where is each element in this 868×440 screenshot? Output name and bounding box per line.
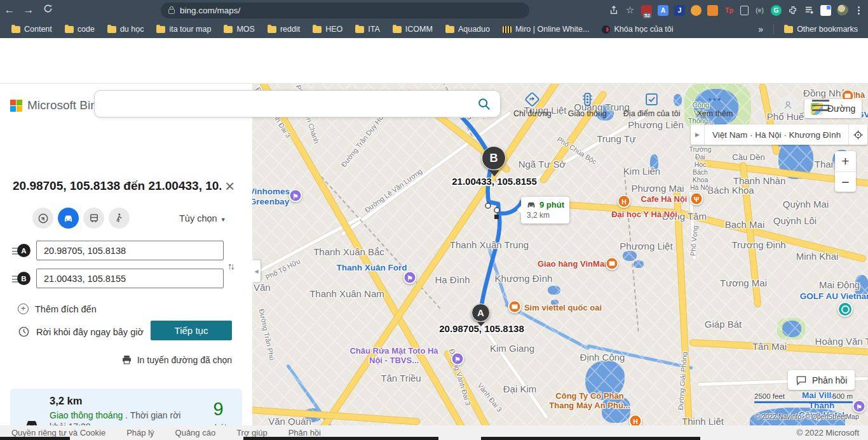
map-canvas[interactable]: Trung HòaLáng HạTrung LiệtQuang TrungPhư…	[252, 84, 868, 425]
breadcrumb-expand-icon[interactable]: ▶	[691, 124, 705, 145]
sidebar-icon[interactable]	[820, 5, 831, 16]
extension-translate-icon[interactable]: A	[658, 5, 668, 16]
mode-transit[interactable]	[83, 208, 104, 229]
nav-more[interactable]: Xem thêm	[696, 91, 733, 118]
playlist-icon[interactable]	[804, 5, 815, 16]
footer-link[interactable]: Quyền riêng tư và Cookie	[11, 428, 105, 437]
extension-shield-icon[interactable]: 52	[641, 5, 652, 16]
extension-j-icon[interactable]: J	[674, 5, 685, 16]
back-icon[interactable]: ←	[0, 4, 19, 17]
mode-walking[interactable]	[109, 208, 130, 229]
poi-marker[interactable]: ⚑	[403, 271, 417, 284]
nav-traffic[interactable]: Giao thông	[568, 91, 607, 118]
url-bar[interactable]: bing.com/maps/	[161, 3, 529, 18]
bookmark-star-icon[interactable]: ☆	[625, 5, 635, 16]
bookmark-item[interactable]: Aquaduo	[440, 23, 495, 36]
bookmarks-overflow-icon[interactable]: »	[753, 24, 768, 34]
directions-icon	[524, 91, 540, 107]
add-destination-button[interactable]: + Thêm đích đến	[18, 303, 97, 314]
locate-me-button[interactable]	[848, 124, 867, 145]
bookmark-item[interactable]: ita tour map	[151, 23, 216, 36]
bookmark-item[interactable]: ITA	[350, 23, 385, 36]
poi-marker[interactable]: ⚑	[289, 189, 302, 203]
nav-my-places[interactable]: Địa điểm của tôi	[623, 91, 681, 118]
extension-tp-icon[interactable]: Tp	[724, 5, 735, 16]
account-avatar[interactable]	[779, 96, 797, 114]
poi-marker[interactable]	[837, 302, 853, 317]
search-icon[interactable]	[477, 97, 491, 114]
map-label: Mai Động	[819, 279, 860, 290]
route-tooltip[interactable]: 9 phút 3,2 km	[521, 197, 569, 223]
breadcrumb-text[interactable]: Việt Nam · Hà Nội · Khương Đình	[705, 130, 848, 140]
map-feedback-button[interactable]: Phản hồi	[788, 370, 855, 390]
bookmark-item[interactable]: code	[60, 23, 100, 36]
footer-link[interactable]: Phản hồi	[288, 428, 321, 437]
map-label: Đường Lê Văn Lương	[363, 167, 424, 214]
chrome-menu-icon[interactable]	[854, 6, 863, 15]
extension-grammarly-icon[interactable]: G	[771, 5, 782, 16]
share-icon[interactable]	[608, 5, 619, 16]
poi-marker[interactable]: Ψ	[690, 192, 703, 206]
forward-icon[interactable]: →	[19, 4, 38, 17]
profile-avatar[interactable]	[837, 4, 848, 16]
options-button[interactable]: Tùy chọn▼	[179, 213, 226, 223]
car-icon	[62, 212, 74, 224]
extension-badge: 52	[643, 13, 651, 18]
footer-link[interactable]: Pháp lý	[126, 428, 154, 437]
extensions-puzzle-icon[interactable]	[787, 5, 798, 16]
print-route-button[interactable]: In tuyến đường đã chọn	[0, 354, 232, 365]
marker-b[interactable]: B	[482, 146, 507, 177]
map-label: Cafe Hà Nội	[641, 194, 688, 204]
bookmark-item[interactable]: Khóa học của tôi	[597, 23, 678, 36]
continue-button[interactable]: Tiếp tục	[151, 321, 232, 340]
pond	[548, 286, 560, 295]
bookmark-item[interactable]: Content	[6, 23, 57, 36]
bookmark-item[interactable]: HEO	[308, 23, 348, 36]
menu-icon[interactable]	[812, 100, 829, 111]
zoom-out-button[interactable]: −	[835, 171, 856, 192]
extension-copy-icon[interactable]	[740, 6, 749, 15]
car-icon	[526, 199, 536, 210]
nav-directions[interactable]: Chỉ đường	[513, 91, 552, 118]
zoom-in-button[interactable]: +	[835, 151, 856, 171]
reload-icon[interactable]	[38, 4, 57, 17]
footer-link[interactable]: Trợ giúp	[236, 428, 268, 437]
extension-braces-icon[interactable]: (≡)	[754, 5, 765, 16]
browser-chrome: ← → bing.com/maps/ ☆ 52 A J Tp	[0, 0, 868, 38]
bookmark-item[interactable]: Miro | Online White...	[498, 23, 594, 36]
mode-driving[interactable]	[58, 208, 79, 229]
my-places-icon	[644, 91, 660, 107]
map-label: Giao hàng VinMart+	[538, 259, 615, 269]
map-label: Phương Liên	[628, 119, 683, 130]
poi-marker[interactable]	[606, 257, 619, 270]
bookmark-item[interactable]: ICOMM	[388, 23, 438, 36]
bookmark-item[interactable]: du học	[102, 23, 149, 36]
waypoint-b-badge: B	[17, 272, 31, 285]
bookmark-item[interactable]: MOS	[219, 23, 259, 36]
swap-waypoints-icon[interactable]: ↑↓	[227, 260, 233, 271]
map-label: Thanh Xuân Ford	[337, 263, 407, 272]
poi-marker[interactable]	[508, 300, 522, 314]
bookmark-item[interactable]: reddit	[262, 23, 305, 36]
bing-header: Microsoft Bing Chỉ đường Giao thông Địa …	[0, 38, 868, 84]
extension-folder-icon[interactable]	[707, 5, 718, 16]
search-input[interactable]	[104, 95, 472, 114]
footer-link[interactable]: Quảng cáo	[175, 428, 216, 437]
extension-bear-icon[interactable]	[691, 5, 702, 16]
collapse-panel-icon[interactable]: ◀	[252, 260, 261, 282]
close-icon[interactable]: ×	[225, 177, 234, 196]
waypoint-a-input[interactable]	[36, 241, 224, 260]
microsoft-bing-logo[interactable]: Microsoft Bing	[10, 98, 104, 112]
map-label: Đường Trần Phú	[258, 308, 276, 361]
poi-marker[interactable]: ⚑	[451, 352, 465, 366]
mode-recommended[interactable]	[32, 208, 53, 229]
poi-marker[interactable]: ⚑	[853, 400, 866, 413]
map-label: Trung Tự	[597, 133, 636, 144]
departure-time-selector[interactable]: Rời khỏi đây ngay bây giờ ▼	[18, 326, 159, 338]
waypoint-b-input[interactable]	[36, 269, 224, 288]
other-bookmarks[interactable]: Other bookmarks	[779, 23, 863, 36]
poi-marker[interactable]: H	[629, 415, 642, 426]
map-label: Hạ Đình	[435, 274, 470, 285]
screen: ← → bing.com/maps/ ☆ 52 A J Tp	[0, 0, 868, 440]
poi-marker[interactable]: H	[618, 195, 631, 208]
